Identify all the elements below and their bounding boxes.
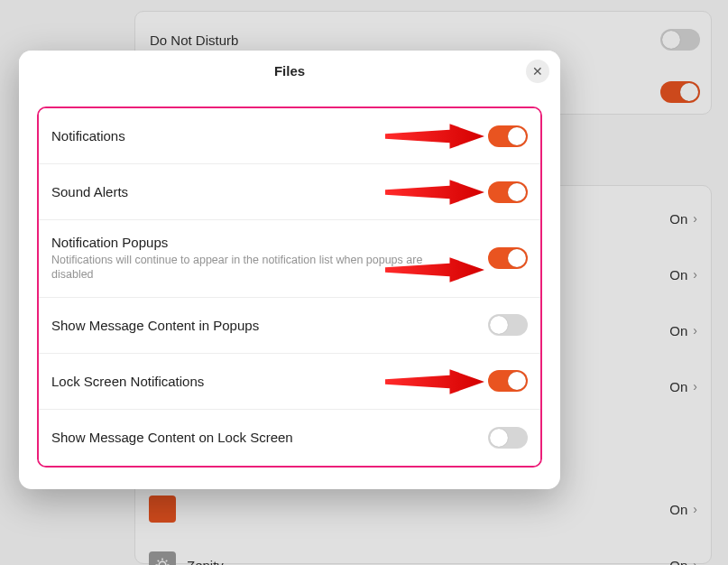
setting-text: Sound Alerts bbox=[51, 184, 488, 199]
setting-row: Show Message Content on Lock Screen bbox=[39, 410, 540, 466]
setting-toggle[interactable] bbox=[488, 181, 528, 203]
setting-toggle[interactable] bbox=[488, 427, 528, 449]
dialog-header: Files ✕ bbox=[19, 51, 560, 90]
setting-text: Notification PopupsNotifications will co… bbox=[51, 235, 488, 282]
setting-row: Show Message Content in Popups bbox=[39, 298, 540, 354]
setting-toggle[interactable] bbox=[488, 247, 528, 269]
setting-description: Notifications will continue to appear in… bbox=[51, 253, 439, 282]
files-notifications-dialog: Files ✕ Notifications Sound Alerts Notif… bbox=[19, 51, 560, 489]
setting-label: Show Message Content in Popups bbox=[51, 318, 477, 333]
setting-text: Show Message Content in Popups bbox=[51, 318, 488, 333]
setting-text: Lock Screen Notifications bbox=[51, 374, 488, 389]
close-icon: ✕ bbox=[532, 64, 543, 79]
setting-label: Notification Popups bbox=[51, 235, 477, 250]
setting-toggle[interactable] bbox=[488, 314, 528, 336]
setting-row: Lock Screen Notifications bbox=[39, 354, 540, 410]
dialog-body: Notifications Sound Alerts Notification … bbox=[19, 90, 560, 489]
setting-row: Notification PopupsNotifications will co… bbox=[39, 220, 540, 298]
setting-label: Lock Screen Notifications bbox=[51, 374, 477, 389]
setting-text: Show Message Content on Lock Screen bbox=[51, 430, 488, 445]
setting-toggle[interactable] bbox=[488, 125, 528, 147]
setting-row: Notifications bbox=[39, 108, 540, 164]
setting-label: Show Message Content on Lock Screen bbox=[51, 430, 477, 445]
setting-text: Notifications bbox=[51, 128, 488, 144]
setting-row: Sound Alerts bbox=[39, 164, 540, 220]
setting-toggle[interactable] bbox=[488, 370, 528, 392]
close-button[interactable]: ✕ bbox=[526, 60, 549, 83]
setting-label: Sound Alerts bbox=[51, 184, 477, 199]
dialog-title: Files bbox=[274, 63, 305, 79]
settings-list-highlighted: Notifications Sound Alerts Notification … bbox=[37, 107, 542, 468]
setting-label: Notifications bbox=[51, 128, 477, 144]
